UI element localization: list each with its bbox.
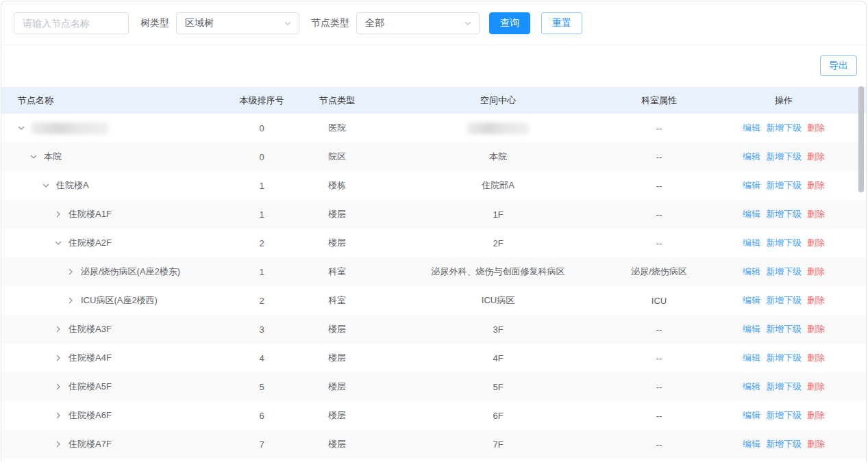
dept-attr-cell: -- (618, 315, 700, 344)
tree-type-select[interactable]: 区域树 (176, 12, 299, 34)
operations-cell: 编辑新增下级删除 (700, 229, 867, 257)
delete-link[interactable]: 删除 (807, 209, 825, 219)
col-dept-attr: 科室属性 (618, 87, 700, 114)
chevron-down-icon (284, 19, 292, 27)
node-name-cell: 住院楼A2F (1, 229, 227, 257)
space-center-cell: 4F (378, 344, 618, 372)
add-child-link[interactable]: 新增下级 (766, 439, 802, 449)
redacted-space-center (467, 123, 529, 134)
edit-link[interactable]: 编辑 (743, 180, 760, 190)
expand-chevron-right-icon[interactable] (53, 324, 63, 334)
node-type-cell: 楼层 (296, 372, 378, 401)
collapse-chevron-down-icon[interactable] (29, 152, 38, 162)
add-child-link[interactable]: 新增下级 (766, 295, 802, 305)
expand-chevron-right-icon[interactable] (53, 411, 63, 420)
add-child-link[interactable]: 新增下级 (766, 324, 802, 334)
edit-link[interactable]: 编辑 (743, 123, 760, 133)
node-name-text: 住院楼A7F (69, 438, 112, 450)
col-node-name: 节点名称 (1, 87, 227, 114)
delete-link[interactable]: 删除 (807, 439, 825, 449)
collapse-chevron-down-icon[interactable] (16, 123, 26, 133)
tree-type-label: 树类型 (140, 17, 169, 29)
edit-link[interactable]: 编辑 (743, 266, 760, 277)
dept-attr-cell: -- (618, 142, 700, 171)
table-row: 本院0院区本院--编辑新增下级删除 (1, 142, 867, 171)
col-sort-number: 本级排序号 (227, 87, 296, 114)
sort-number-cell: 4 (227, 344, 296, 372)
edit-link[interactable]: 编辑 (743, 151, 760, 162)
sort-number-cell: 1 (227, 171, 296, 200)
collapse-chevron-down-icon[interactable] (53, 238, 63, 248)
edit-link[interactable]: 编辑 (743, 352, 760, 363)
delete-link[interactable]: 删除 (807, 410, 825, 420)
edit-link[interactable]: 编辑 (743, 439, 760, 449)
reset-button[interactable]: 重置 (541, 12, 582, 34)
table-row: 住院楼A1F1楼层1F--编辑新增下级删除 (1, 200, 867, 229)
node-name-cell: 住院楼A4F (1, 344, 227, 372)
sort-number-cell: 1 (227, 200, 296, 229)
add-child-link[interactable]: 新增下级 (766, 352, 802, 363)
table-row: 0医院--编辑新增下级删除 (1, 114, 867, 142)
node-name-text: ICU病区(A座2楼西) (81, 294, 158, 307)
delete-link[interactable]: 删除 (807, 151, 825, 162)
delete-link[interactable]: 删除 (807, 123, 825, 133)
dept-attr-cell: -- (618, 114, 700, 142)
expand-chevron-right-icon[interactable] (66, 296, 75, 305)
delete-link[interactable]: 删除 (807, 324, 825, 334)
dept-attr-cell: ICU (618, 286, 700, 315)
table-row: 住院楼A6F6楼层6F--编辑新增下级删除 (1, 401, 867, 430)
delete-link[interactable]: 删除 (807, 381, 825, 392)
delete-link[interactable]: 删除 (807, 180, 825, 190)
delete-link[interactable]: 删除 (807, 238, 825, 248)
add-child-link[interactable]: 新增下级 (766, 238, 802, 248)
table-body: 0医院--编辑新增下级删除本院0院区本院--编辑新增下级删除住院楼A1楼栋住院部… (1, 114, 867, 459)
edit-link[interactable]: 编辑 (743, 238, 760, 248)
table-row: 住院楼A7F7楼层7F--编辑新增下级删除 (1, 430, 867, 459)
edit-link[interactable]: 编辑 (743, 381, 760, 392)
add-child-link[interactable]: 新增下级 (766, 209, 802, 219)
dept-attr-cell: -- (618, 372, 700, 401)
add-child-link[interactable]: 新增下级 (766, 381, 802, 392)
export-button[interactable]: 导出 (820, 55, 857, 76)
add-child-link[interactable]: 新增下级 (766, 266, 802, 277)
vertical-scrollbar-thumb[interactable] (858, 86, 864, 192)
table-row: 泌尿/烧伤病区(A座2楼东)1科室泌尿外科、烧伤与创面修复科病区泌尿/烧伤病区编… (1, 257, 867, 286)
node-name-text: 住院楼A2F (69, 237, 112, 249)
node-type-cell: 科室 (296, 286, 378, 315)
add-child-link[interactable]: 新增下级 (766, 123, 802, 133)
expand-chevron-right-icon[interactable] (53, 382, 63, 392)
table-row: 住院楼A4F4楼层4F--编辑新增下级删除 (1, 344, 867, 372)
node-name-text: 住院楼A1F (69, 208, 112, 220)
sort-number-cell: 3 (227, 315, 296, 344)
node-type-cell: 楼层 (296, 430, 378, 459)
delete-link[interactable]: 删除 (807, 295, 825, 305)
space-center-cell: 本院 (378, 142, 618, 171)
toolbar: 导出 (1, 45, 866, 87)
table-row: 住院楼A3F3楼层3F--编辑新增下级删除 (1, 315, 867, 344)
collapse-chevron-down-icon[interactable] (41, 181, 51, 190)
dept-attr-cell: -- (618, 401, 700, 430)
node-name-input[interactable] (14, 12, 129, 34)
operations-cell: 编辑新增下级删除 (700, 257, 867, 286)
expand-chevron-right-icon[interactable] (53, 209, 63, 219)
node-name-text: 住院楼A3F (69, 323, 112, 335)
delete-link[interactable]: 删除 (807, 352, 825, 363)
operations-cell: 编辑新增下级删除 (700, 200, 867, 229)
edit-link[interactable]: 编辑 (743, 209, 760, 219)
expand-chevron-right-icon[interactable] (66, 267, 75, 277)
sort-number-cell: 2 (227, 286, 296, 315)
search-button[interactable]: 查询 (489, 12, 530, 34)
delete-link[interactable]: 删除 (807, 266, 825, 277)
add-child-link[interactable]: 新增下级 (766, 180, 802, 190)
sort-number-cell: 7 (227, 430, 296, 459)
operations-cell: 编辑新增下级删除 (700, 315, 867, 344)
node-type-cell: 楼层 (296, 315, 378, 344)
edit-link[interactable]: 编辑 (743, 295, 760, 305)
node-type-select[interactable]: 全部 (356, 12, 480, 34)
edit-link[interactable]: 编辑 (743, 410, 760, 420)
add-child-link[interactable]: 新增下级 (766, 410, 802, 420)
edit-link[interactable]: 编辑 (743, 324, 760, 334)
add-child-link[interactable]: 新增下级 (766, 151, 802, 162)
expand-chevron-right-icon[interactable] (53, 353, 63, 363)
expand-chevron-right-icon[interactable] (53, 439, 63, 449)
